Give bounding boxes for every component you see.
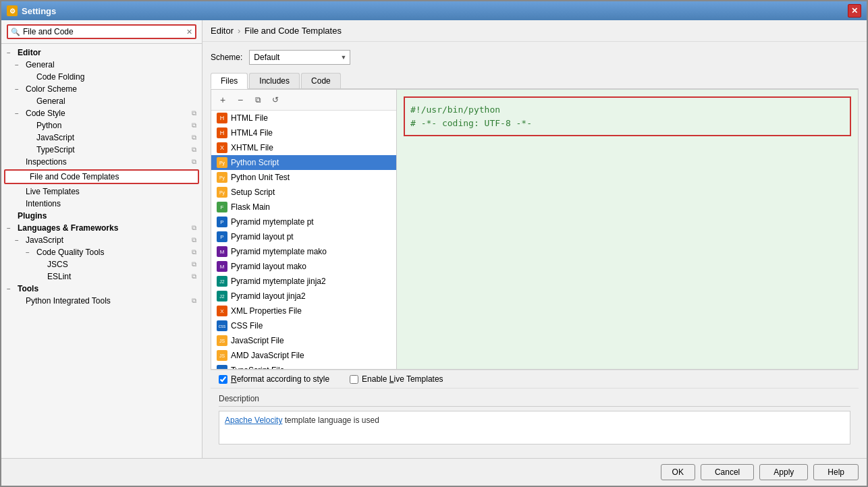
tab-files[interactable]: Files [211, 73, 248, 89]
code-editor[interactable]: #!/usr/bin/python # -*- coding: UTF-8 -*… [404, 96, 851, 136]
code-panel: #!/usr/bin/python # -*- coding: UTF-8 -*… [397, 90, 858, 369]
sidebar-item-label: General [36, 96, 196, 106]
clear-search-button[interactable]: ✕ [186, 28, 192, 36]
sidebar-item-code-style[interactable]: − Code Style ⧉ [1, 107, 202, 119]
copy-icon: ⧉ [192, 121, 196, 130]
close-button[interactable]: ✕ [848, 4, 861, 18]
file-list-items: H HTML File H HTML4 File X XHTML File [211, 111, 396, 369]
scheme-select[interactable]: Default [249, 50, 350, 65]
sidebar-item-typescript[interactable]: TypeScript ⧉ [1, 144, 202, 156]
file-icon: H [217, 113, 227, 123]
file-item-label: HTML File [231, 113, 268, 123]
sidebar-item-tools[interactable]: − Tools [1, 283, 202, 295]
file-item[interactable]: P Pyramid mytemplate pt [211, 214, 396, 229]
file-icon: M [217, 261, 227, 272]
description-text: template language is used [285, 416, 379, 425]
file-item[interactable]: P Pyramid layout pt [211, 229, 396, 244]
sidebar-item-code-folding[interactable]: Code Folding [1, 71, 202, 83]
sidebar-item-label: Live Templates [26, 187, 196, 196]
file-item-python-script[interactable]: Py Python Script [211, 155, 396, 170]
sidebar-item-label: Plugins [18, 211, 196, 221]
file-item-label: Pyramid mytemplate jinja2 [231, 277, 326, 286]
sidebar-item-jscs[interactable]: JSCS ⧉ [1, 258, 202, 270]
sidebar-item-eslint[interactable]: ESLint ⧉ [1, 270, 202, 283]
reset-button[interactable]: ↺ [268, 92, 283, 107]
breadcrumb-page: File and Code Templates [244, 26, 342, 36]
tab-includes[interactable]: Includes [249, 73, 300, 88]
file-item[interactable]: css CSS File [211, 318, 396, 333]
sidebar-item-js2[interactable]: − JavaScript ⧉ [1, 234, 202, 246]
file-item-label: XML Properties File [231, 306, 302, 316]
description-link[interactable]: Apache Velocity [225, 416, 282, 425]
code-line: #!/usr/bin/python [410, 103, 844, 117]
file-icon: TS [217, 365, 227, 369]
copy-icon: ⧉ [192, 146, 196, 154]
apply-button[interactable]: Apply [759, 464, 808, 480]
file-item[interactable]: Py Setup Script [211, 185, 396, 200]
cancel-button[interactable]: Cancel [701, 464, 754, 480]
sidebar-item-javascript[interactable]: JavaScript ⧉ [1, 132, 202, 144]
file-icon: JS [217, 350, 227, 361]
add-button[interactable]: + [215, 92, 230, 107]
file-item[interactable]: Py Python Unit Test [211, 170, 396, 185]
toggle-icon: − [7, 49, 16, 57]
tab-code[interactable]: Code [301, 73, 341, 88]
file-item-label: Pyramid mytemplate pt [231, 217, 314, 227]
file-item[interactable]: JS JavaScript File [211, 333, 396, 348]
sidebar-item-python[interactable]: Python ⧉ [1, 119, 202, 132]
sidebar-item-code-quality[interactable]: − Code Quality Tools ⧉ [1, 246, 202, 258]
sidebar-item-plugins[interactable]: Plugins [1, 210, 202, 222]
search-input[interactable] [23, 27, 186, 36]
file-item[interactable]: H HTML File [211, 111, 396, 125]
app-icon: ⚙ [7, 5, 18, 16]
copy-icon: ⧉ [192, 134, 196, 142]
sidebar-item-live-templates[interactable]: Live Templates [1, 185, 202, 198]
file-item[interactable]: TS TypeScript File [211, 363, 396, 369]
sidebar-item-color-general[interactable]: General [1, 95, 202, 107]
sidebar-item-python-int[interactable]: Python Integrated Tools ⧉ [1, 295, 202, 307]
file-item[interactable]: J2 Pyramid mytemplate jinja2 [211, 274, 396, 289]
copy-icon: ⧉ [192, 236, 196, 244]
file-item-label: CSS File [231, 321, 263, 331]
file-item-label: Pyramid layout mako [231, 262, 306, 271]
sidebar-item-intentions[interactable]: Intentions [1, 198, 202, 210]
sidebar-item-label: Code Quality Tools [36, 248, 190, 257]
copy-button[interactable]: ⧉ [250, 92, 265, 107]
sidebar-item-general[interactable]: − General [1, 59, 202, 71]
sidebar-item-color-scheme[interactable]: − Color Scheme [1, 83, 202, 95]
file-item[interactable]: H HTML4 File [211, 125, 396, 140]
sidebar-item-file-and-code[interactable]: File and Code Templates [4, 169, 199, 184]
window-title: Settings [22, 6, 56, 16]
copy-icon: ⧉ [192, 260, 196, 268]
help-button[interactable]: Help [813, 464, 859, 480]
description-box: Apache Velocity template language is use… [219, 411, 850, 445]
file-icon: Py [217, 172, 227, 183]
reformat-checkbox-group: Reformat according to style [219, 374, 329, 384]
file-item[interactable]: J2 Pyramid layout jinja2 [211, 289, 396, 304]
file-item[interactable]: M Pyramid mytemplate mako [211, 244, 396, 259]
live-templates-checkbox[interactable] [350, 375, 358, 384]
title-bar: ⚙ Settings ✕ [1, 1, 867, 20]
file-icon: J2 [217, 276, 227, 287]
toggle-icon: − [26, 249, 35, 256]
sidebar-item-languages[interactable]: − Languages & Frameworks ⧉ [1, 222, 202, 234]
file-item[interactable]: X XML Properties File [211, 304, 396, 318]
file-item[interactable]: F Flask Main [211, 200, 396, 214]
file-item[interactable]: M Pyramid layout mako [211, 259, 396, 274]
content-area: + − ⧉ ↺ H HTML File H H [211, 89, 859, 370]
remove-button[interactable]: − [233, 92, 248, 107]
file-icon: X [217, 142, 227, 153]
scheme-row: Scheme: Default [211, 50, 859, 65]
copy-icon: ⧉ [192, 109, 196, 117]
sidebar-item-editor[interactable]: − Editor [1, 47, 202, 59]
file-icon: X [217, 306, 227, 316]
file-item[interactable]: JS AMD JavaScript File [211, 348, 396, 363]
file-icon: H [217, 127, 227, 138]
file-item[interactable]: X XHTML File [211, 140, 396, 155]
ok-button[interactable]: OK [661, 464, 695, 480]
sidebar-item-label: TypeScript [36, 145, 190, 154]
file-icon: P [217, 217, 227, 227]
search-input-wrapper: 🔍 ✕ [7, 24, 196, 39]
sidebar-item-inspections[interactable]: Inspections ⧉ [1, 156, 202, 168]
reformat-checkbox[interactable] [219, 375, 227, 384]
